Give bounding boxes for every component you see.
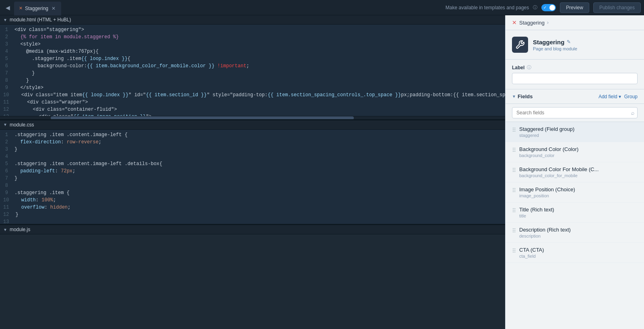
search-icon: ⌕ <box>631 110 634 116</box>
table-row: 5.staggering .item .content.image-left .… <box>0 160 505 168</box>
js-section: ▼ module.js <box>0 225 505 329</box>
tab-label: Staggering <box>25 6 48 11</box>
fields-actions: Add field ▾ Group <box>599 94 638 99</box>
field-info: Staggered (Field group) staggered <box>519 126 638 138</box>
line-content: } <box>14 175 17 182</box>
add-field-button[interactable]: Add field ▾ <box>599 94 621 99</box>
css-filename: module.css <box>10 122 34 128</box>
collapse-button[interactable]: ◀ <box>3 3 12 12</box>
list-item[interactable]: ⠿ Image Position (Choice) image_position <box>506 182 644 203</box>
line-number: 6 <box>3 168 14 175</box>
preview-button[interactable]: Preview <box>560 2 589 13</box>
fields-title-text: Fields <box>518 93 533 99</box>
add-field-arrow-icon: ▾ <box>619 94 621 99</box>
drag-handle-icon: ⠿ <box>512 207 516 214</box>
line-content: } <box>15 211 18 218</box>
top-bar: ◀ ✕ Staggering ✕ Make available in templ… <box>0 0 644 15</box>
field-id: image_position <box>519 193 638 198</box>
list-item[interactable]: ⠿ Description (Rich text) description <box>506 223 644 243</box>
list-item[interactable]: ⠿ Staggered (Field group) staggered <box>506 122 644 142</box>
toggle-switch[interactable]: ✓ <box>541 4 556 11</box>
table-row: 4 @media (max-width:767px){ <box>0 48 505 55</box>
line-number: 9 <box>3 189 14 197</box>
line-number: 8 <box>3 77 14 84</box>
table-row: 4 <box>0 153 505 160</box>
line-content: } <box>14 146 17 153</box>
module-icon <box>512 37 528 53</box>
label-row: Label ⓘ <box>512 64 638 70</box>
table-row: 7} <box>0 175 505 182</box>
drag-handle-icon: ⠿ <box>512 186 516 194</box>
css-code-container[interactable]: 1.staggering .item .content.image-left {… <box>0 130 505 224</box>
table-row: 8 <box>0 182 505 189</box>
line-content: .staggering .item .content.image-left .d… <box>14 160 162 168</box>
html-file-header[interactable]: ▼ module.html (HTML + HuBL) <box>0 15 505 25</box>
drag-handle-icon: ⠿ <box>512 126 516 133</box>
edit-icon[interactable]: ✎ <box>567 39 571 45</box>
table-row: 2 flex-direction: row-reverse; <box>0 139 505 146</box>
field-label: Background Color For Mobile (C... <box>519 166 638 172</box>
drag-handle-icon: ⠿ <box>512 227 516 234</box>
field-info: Image Position (Choice) image_position <box>519 186 638 198</box>
field-id: description <box>519 234 638 238</box>
line-content: </style> <box>14 84 43 91</box>
line-number: 5 <box>3 55 14 62</box>
field-id: staggered <box>519 133 638 138</box>
table-row: 1<div class="staggering"> <box>0 26 505 33</box>
line-number: 2 <box>3 139 14 146</box>
label-info-icon: ⓘ <box>527 64 531 70</box>
table-row: 12 <div class="container-fluid"> <box>0 106 505 113</box>
breadcrumb-module-name: Staggering <box>519 20 545 26</box>
line-content: .staggering .item .content.image-left { <box>14 131 128 139</box>
label-input[interactable] <box>512 73 638 84</box>
tab-close-icon: ✕ <box>19 6 23 11</box>
html-arrow-icon: ▼ <box>3 18 7 22</box>
field-info: Title (Rich text) title <box>519 207 638 218</box>
html-filename: module.html (HTML + HuBL) <box>10 17 71 23</box>
line-number: 11 <box>3 204 15 211</box>
fields-section: ▼ Fields Add field ▾ Group ⌕ ⠿ <box>506 89 644 329</box>
line-number: 10 <box>3 197 15 204</box>
field-id: background_color <box>519 153 638 158</box>
list-item[interactable]: ⠿ CTA (CTA) cta_field <box>506 243 644 263</box>
list-item[interactable]: ⠿ Background Color For Mobile (C... back… <box>506 162 644 182</box>
line-content: } <box>14 77 29 84</box>
editor-tab[interactable]: ✕ Staggering ✕ <box>14 2 61 15</box>
css-file-header[interactable]: ▼ module.css <box>0 120 505 130</box>
field-info: Background Color (Color) background_colo… <box>519 146 638 158</box>
label-text: Label <box>512 65 524 70</box>
table-row: 5 .staggering .item{{ loop.index }}{ <box>0 55 505 62</box>
js-file-header[interactable]: ▼ module.js <box>0 225 505 234</box>
group-button[interactable]: Group <box>624 94 638 99</box>
line-number: 12 <box>3 211 15 218</box>
table-row: 10 <div class="item item{{ loop.index }}… <box>0 91 505 99</box>
line-content: <div class="{{ item.image_position }}"> <box>15 113 151 116</box>
html-code-container[interactable]: 1<div class="staggering">2 {% for item i… <box>0 25 505 116</box>
line-content: flex-direction: row-reverse; <box>14 139 101 146</box>
publish-button[interactable]: Publish changes <box>593 2 641 13</box>
html-scrollbar[interactable] <box>0 116 505 119</box>
line-number: 11 <box>3 99 15 106</box>
field-info: CTA (CTA) cta_field <box>519 247 638 259</box>
label-section: Label ⓘ <box>506 60 644 89</box>
line-number: 3 <box>3 41 14 48</box>
list-item[interactable]: ⠿ Title (Rich text) title <box>506 203 644 223</box>
line-content: @media (max-width:767px){ <box>14 48 99 55</box>
search-fields-input[interactable] <box>512 107 638 118</box>
module-subtitle: Page and blog module <box>533 46 577 51</box>
editor-area: ▼ module.html (HTML + HuBL) 1<div class=… <box>0 15 505 329</box>
list-item[interactable]: ⠿ Background Color (Color) background_co… <box>506 142 644 162</box>
html-scrollbar-thumb <box>51 116 354 120</box>
line-number: 12 <box>3 106 15 113</box>
line-number: 6 <box>3 62 14 70</box>
field-label: Staggered (Field group) <box>519 126 638 132</box>
tab-close-button[interactable]: ✕ <box>51 6 56 11</box>
table-row: 11 overflow: hidden; <box>0 204 505 211</box>
table-row: 12} <box>0 211 505 218</box>
breadcrumb-close-icon[interactable]: ✕ <box>512 19 517 26</box>
field-id: title <box>519 213 638 218</box>
line-number: 1 <box>3 131 14 139</box>
drag-handle-icon: ⠿ <box>512 166 516 174</box>
line-number: 8 <box>3 182 14 189</box>
top-bar-left: ◀ ✕ Staggering ✕ <box>3 0 61 15</box>
